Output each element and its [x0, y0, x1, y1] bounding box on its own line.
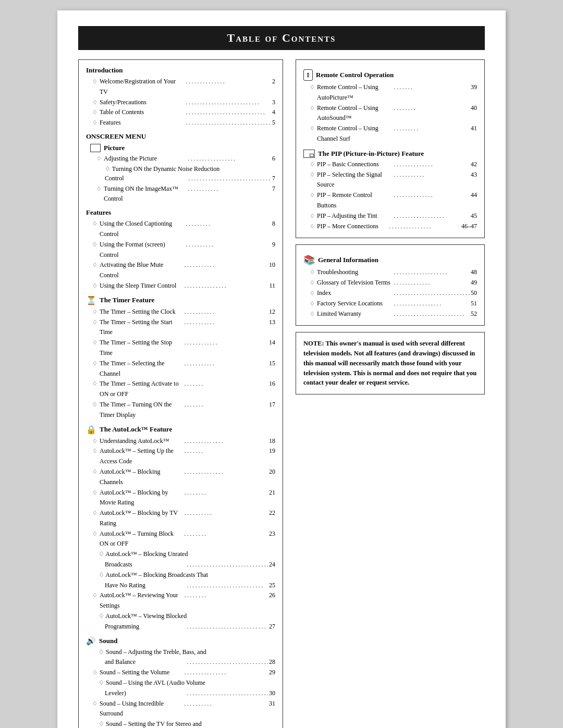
diamond-icon: ♢ [92, 260, 97, 269]
features-entries: ♢ Using the Closed Captioning Control . … [92, 219, 275, 291]
diamond-icon: ♢ [310, 278, 315, 287]
diamond-icon: ♢ [92, 488, 97, 497]
diamond-icon: ♢ [310, 221, 315, 231]
page-num: 4 [272, 107, 275, 118]
diamond-icon: ♢ [92, 219, 97, 228]
list-item: ♢ AutoLock™ – Turning Block ON or OFF . … [92, 529, 275, 550]
entry-label: Features [100, 118, 185, 128]
dot-leader: . . . . . . . . . . . . . . . . . . . [394, 267, 470, 277]
page-num: 22 [269, 508, 275, 519]
remote-title: Remote Control Operation [316, 71, 394, 79]
autolock-entries: ♢ Understanding AutoLock™ . . . . . . . … [92, 436, 275, 632]
diamond-icon: ♢ [99, 679, 104, 686]
page-num: 19 [269, 446, 275, 456]
page-num: 7 [272, 174, 275, 184]
diamond-icon: ♢ [92, 107, 97, 117]
diamond-icon: ♢ [310, 299, 315, 308]
entry-label: The Timer – Turning ON the Timer Display [100, 400, 183, 421]
list-item: ♢ Safety/Precautions . . . . . . . . . .… [92, 97, 275, 108]
dot-leader: . . . . . . . . . . . . . . . . . [188, 154, 272, 163]
entry-label: PIP – More Connections [317, 221, 388, 232]
diamond-icon: ♢ [92, 508, 97, 517]
diamond-icon: ♢ [310, 170, 315, 179]
timer-entries: ♢ The Timer – Setting the Clock . . . . … [92, 307, 275, 421]
page-num: 39 [471, 82, 477, 93]
dot-leader: . . . . . . . . . . . [394, 170, 470, 179]
page-num: 24 [269, 560, 275, 570]
onscreen-title: ONSCREEN MENU [86, 132, 275, 141]
page-title: Table of Contents [78, 26, 485, 50]
diamond-icon: ♢ [92, 590, 97, 600]
diamond-icon: ♢ [310, 309, 315, 318]
left-column: Introduction ♢ Welcome/Registration of Y… [78, 59, 283, 728]
intro-entries: ♢ Welcome/Registration of Your TV . . . … [92, 77, 275, 128]
page-num: 21 [269, 488, 275, 498]
intro-section: Introduction ♢ Welcome/Registration of Y… [86, 66, 275, 128]
page-num: 20 [269, 467, 275, 477]
general-entries: ♢ Troubleshooting . . . . . . . . . . . … [310, 267, 477, 319]
dot-leader: . . . . . . . [185, 379, 268, 388]
entry-label: Have No Rating [105, 581, 186, 591]
diamond-icon: ♢ [96, 184, 102, 193]
entry-label: Limited Warranty [317, 309, 393, 319]
dot-leader: . . . . . . . . . . . [185, 317, 268, 327]
page-num: 41 [471, 124, 477, 134]
dot-leader: . . . . . . . . . . . . . . . . . [394, 299, 470, 308]
sound-icon: 🔊 [86, 636, 96, 646]
entry-label: Safety/Precautions [100, 97, 185, 108]
list-item: ♢ AutoLock™ – Setting Up the Access Code… [92, 446, 275, 467]
diamond-icon: ♢ [92, 400, 97, 409]
list-item: ♢ Using the Closed Captioning Control . … [92, 219, 275, 240]
list-item: ♢ The Timer – Setting the Start Time . .… [92, 317, 275, 338]
page-num: 30 [269, 688, 275, 699]
list-item: ♢ Factory Service Locations . . . . . . … [310, 299, 477, 309]
dot-leader: . . . . . . . . . . . . . . . . . . . . … [187, 560, 268, 569]
dot-leader: . . . . . . . . . . . . . . . . . . [394, 211, 470, 220]
entry-label: The Timer – Setting Activate to ON or OF… [100, 379, 183, 400]
picture-section: Picture ♢ Adjusting the Picture . . . . … [90, 144, 275, 204]
list-item: ♢ Turning ON the Dynamic Noise Reduction [105, 164, 275, 174]
list-item: ♢ Remote Control – Using AutoSound™ . . … [310, 103, 477, 124]
list-item: ♢ PIP – Adjusting the Tint . . . . . . .… [310, 211, 477, 221]
entry-label: PIP – Selecting the Signal Source [317, 170, 393, 191]
diamond-icon: ♢ [92, 317, 97, 327]
picture-title: Picture [104, 144, 125, 152]
entry-label: Using the Closed Captioning Control [100, 219, 185, 240]
entry-label: AutoLock™ – Viewing Blocked [105, 612, 187, 620]
list-item: ♢ Index . . . . . . . . . . . . . . . . … [310, 288, 477, 299]
entry-label: Sound – Adjusting the Treble, Bass, and [106, 648, 206, 656]
entry-label: ♢ Turning ON the Dynamic Noise Reduction [105, 165, 219, 172]
list-item: ♢ AutoLock™ – Blocking Unrated [99, 549, 275, 560]
entry-label: Remote Control – Using AutoSound™ [317, 103, 393, 124]
diamond-icon: ♢ [310, 82, 315, 92]
page: Table of Contents Introduction ♢ Welcome… [57, 10, 506, 728]
page-num: 8 [272, 219, 275, 229]
dot-leader: . . . . . . . . . [186, 219, 272, 228]
list-item: ♢ AutoLock™ – Blocking Broadcasts That [99, 570, 275, 581]
page-num: 42 [471, 159, 477, 170]
page-num: 46–47 [461, 221, 477, 232]
entry-label: Broadcasts [105, 560, 186, 570]
note-bold-text: NOTE: This owner's manual is used with s… [303, 340, 476, 386]
dot-leader: . . . . . . . . . . . . . . . . . . . . … [187, 688, 268, 698]
page-num: 10 [269, 260, 275, 270]
dot-leader: . . . . . . . . . . . . [185, 338, 268, 347]
diamond-icon: ♢ [92, 359, 97, 368]
page-num: 2 [272, 77, 275, 87]
diamond-icon: ♢ [92, 338, 97, 347]
diamond-icon: ♢ [99, 612, 104, 620]
list-item: ♢ The Timer – Turning ON the Timer Displ… [92, 400, 275, 421]
diamond-icon: ♢ [92, 240, 97, 249]
dot-leader: . . . . . . . . . . . . . . [186, 77, 272, 86]
list-item: ♢ Using the Format (screen) Control . . … [92, 240, 275, 261]
features-title: Features [86, 208, 275, 217]
page-num: 40 [471, 103, 477, 114]
list-item: ♢ Using the Sleep Timer Control . . . . … [92, 281, 275, 291]
diamond-icon: ♢ [92, 77, 97, 86]
list-item: ♢ The Timer – Setting the Clock . . . . … [92, 307, 275, 317]
dot-leader: . . . . . . . . . . . . . . [394, 159, 470, 169]
dot-leader: . . . . . . . . . [394, 124, 470, 133]
entry-label: The Timer – Selecting the Channel [100, 359, 183, 379]
entry-label: AutoLock™ – Blocking Channels [100, 467, 183, 488]
list-item: ♢ AutoLock™ – Blocking Channels . . . . … [92, 467, 275, 488]
